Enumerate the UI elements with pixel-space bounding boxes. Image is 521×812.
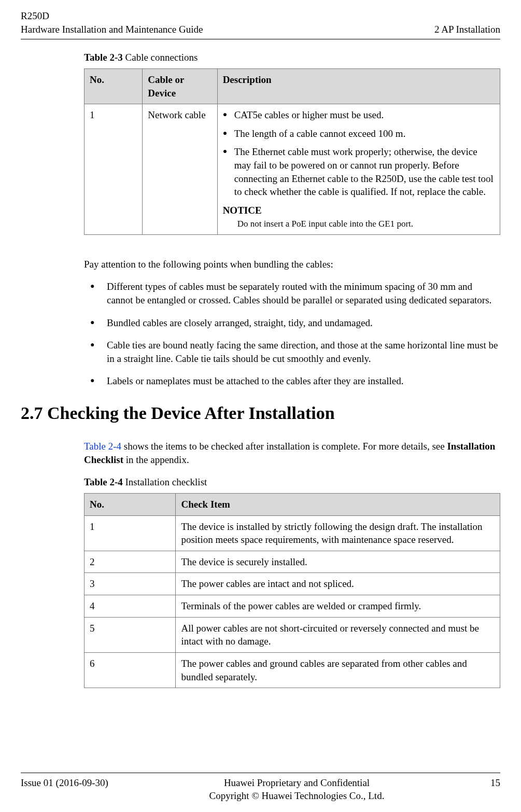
copyright-notice: Copyright © Huawei Technologies Co., Ltd…: [124, 789, 469, 803]
cell-no: 4: [85, 595, 176, 618]
table-row: 3The power cables are intact and not spl…: [85, 573, 500, 595]
text-mid: shows the items to be checked after inst…: [121, 441, 447, 452]
notice-label: NOTICE: [223, 204, 495, 217]
footer-rule: [21, 773, 500, 773]
main-content: Table 2-3 Cable connections No. Cable or…: [0, 51, 521, 388]
col-description: Description: [217, 68, 500, 104]
guide-title: Hardware Installation and Maintenance Gu…: [21, 23, 203, 36]
list-item: Labels or nameplates must be attached to…: [84, 374, 500, 388]
notice-text: Do not insert a PoE input cable into the…: [223, 218, 495, 230]
cable-connections-table: No. Cable or Device Description 1 Networ…: [84, 68, 500, 235]
page-footer: Issue 01 (2016-09-30) Huawei Proprietary…: [0, 773, 521, 803]
table-header-row: No. Cable or Device Description: [85, 68, 500, 104]
table-row: 2The device is securely installed.: [85, 551, 500, 573]
section-heading-2-7: 2.7 Checking the Device After Installati…: [0, 401, 521, 425]
product-code: R250D: [21, 9, 203, 23]
header-rule: [21, 39, 500, 39]
col-cable: Cable or Device: [143, 68, 217, 104]
cell-no: 2: [85, 551, 176, 573]
col-check-item: Check Item: [176, 493, 500, 515]
cell-no: 6: [85, 653, 176, 688]
page-header: R250D Hardware Installation and Maintena…: [0, 0, 521, 39]
cell-no: 1: [85, 515, 176, 551]
cell-cable: Network cable: [143, 104, 217, 234]
footer-center: Huawei Proprietary and Confidential Copy…: [124, 776, 469, 803]
cell-item: The power cables and ground cables are s…: [176, 653, 500, 688]
table-2-4-title: Installation checklist: [123, 477, 207, 487]
cell-no: 5: [85, 617, 176, 652]
issue-info: Issue 01 (2016-09-30): [21, 776, 124, 790]
text-tail: in the appendix.: [123, 454, 189, 465]
table-row: 1 Network cable CAT5e cables or higher m…: [85, 104, 500, 234]
table-2-3-number: Table 2-3: [84, 52, 123, 63]
intro-paragraph: Pay attention to the following points wh…: [84, 258, 500, 271]
table-2-3-title: Cable connections: [123, 52, 198, 63]
cell-no: 1: [85, 104, 143, 234]
table-row: 6The power cables and ground cables are …: [85, 653, 500, 688]
installation-checklist-table: No. Check Item 1The device is installed …: [84, 493, 500, 688]
header-right: 2 AP Installation: [434, 9, 500, 36]
table-2-4-caption: Table 2-4 Installation checklist: [84, 475, 500, 489]
section-intro: Table 2-4 shows the items to be checked …: [84, 440, 500, 466]
page-number: 15: [469, 776, 500, 790]
table-row: 5All power cables are not short-circuite…: [85, 617, 500, 652]
proprietary-notice: Huawei Proprietary and Confidential: [124, 776, 469, 790]
list-item: Different types of cables must be separa…: [84, 280, 500, 306]
table-row: 1The device is installed by strictly fol…: [85, 515, 500, 551]
col-no: No.: [85, 493, 176, 515]
section-2-7-content: Table 2-4 shows the items to be checked …: [0, 440, 521, 688]
list-item: Cable ties are bound neatly facing the s…: [84, 339, 500, 365]
table-2-4-number: Table 2-4: [84, 477, 123, 487]
table-2-3-caption: Table 2-3 Cable connections: [84, 51, 500, 64]
desc-bullet: The Ethernet cable must work properly; o…: [223, 145, 495, 199]
cell-item: The power cables are intact and not spli…: [176, 573, 500, 595]
cell-item: All power cables are not short-circuited…: [176, 617, 500, 652]
col-no: No.: [85, 68, 143, 104]
cell-no: 3: [85, 573, 176, 595]
desc-bullet: CAT5e cables or higher must be used.: [223, 108, 495, 122]
header-left: R250D Hardware Installation and Maintena…: [21, 9, 203, 36]
cell-description: CAT5e cables or higher must be used. The…: [217, 104, 500, 234]
table-row: 4Terminals of the power cables are welde…: [85, 595, 500, 618]
table-2-4-link[interactable]: Table 2-4: [84, 441, 121, 452]
cell-item: The device is securely installed.: [176, 551, 500, 573]
cell-item: The device is installed by strictly foll…: [176, 515, 500, 551]
bundling-bullets: Different types of cables must be separa…: [84, 280, 500, 388]
list-item: Bundled cables are closely arranged, str…: [84, 316, 500, 330]
table-header-row: No. Check Item: [85, 493, 500, 515]
cell-item: Terminals of the power cables are welded…: [176, 595, 500, 618]
chapter-title: 2 AP Installation: [434, 23, 500, 36]
desc-bullet: The length of a cable cannot exceed 100 …: [223, 127, 495, 141]
